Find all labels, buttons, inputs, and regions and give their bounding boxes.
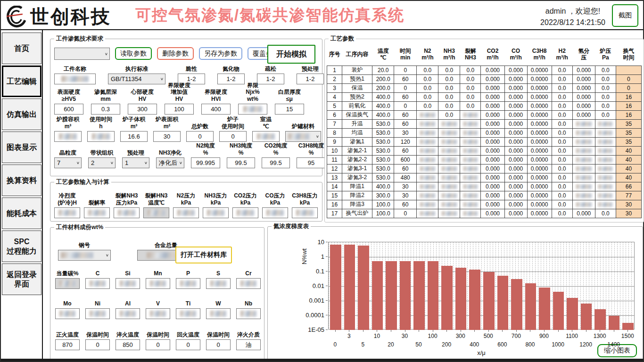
table-cell	[417, 155, 438, 164]
input-box[interactable]: 0	[219, 131, 247, 142]
input-box[interactable]	[206, 278, 231, 289]
screenshot-button[interactable]: 截图	[612, 4, 638, 27]
field: 白层厚度 ≤μ15	[275, 89, 304, 115]
bar	[525, 283, 537, 330]
input-box[interactable]	[116, 278, 140, 289]
sidebar-item-0[interactable]: 首页	[2, 33, 41, 64]
sidebar-item-4[interactable]: 换算资料	[2, 165, 41, 196]
input-box[interactable]	[54, 74, 96, 84]
combo-box[interactable]: 1∨	[122, 157, 149, 168]
input-box[interactable]	[85, 278, 110, 289]
input-box[interactable]: 15	[275, 104, 304, 115]
input-box[interactable]	[54, 207, 80, 218]
input-box[interactable]: 870	[55, 339, 80, 350]
input-box[interactable]: 850	[116, 339, 140, 350]
redacted-value	[576, 193, 592, 198]
input-box[interactable]	[146, 278, 170, 289]
field: NH3纯度 %99.5	[227, 142, 255, 168]
combo-box[interactable]: ∨	[58, 250, 111, 261]
table-cell: 0.0	[552, 164, 572, 173]
input-box[interactable]	[176, 278, 200, 289]
redacted-value	[442, 193, 457, 198]
input-box[interactable]: 99.995	[191, 157, 220, 168]
input-box[interactable]: 0	[85, 339, 110, 350]
save-as-params-button[interactable]: 另存为参数	[199, 47, 242, 60]
table-cell: 40	[616, 155, 641, 164]
input-box[interactable]	[85, 308, 110, 319]
combo-box[interactable]: 2∨	[88, 157, 116, 168]
input-box[interactable]: 100	[165, 104, 194, 115]
input-box[interactable]: 0	[206, 339, 231, 350]
input-box[interactable]: 400	[201, 104, 231, 115]
input-box[interactable]	[55, 308, 80, 319]
input-box[interactable]	[292, 207, 318, 218]
input-box[interactable]: 95	[297, 157, 326, 168]
input-box[interactable]: 0.3	[91, 104, 120, 115]
input-box[interactable]	[236, 278, 261, 289]
input-box[interactable]	[236, 308, 261, 319]
input-box[interactable]	[116, 308, 140, 319]
field-label: 预处理	[127, 149, 144, 156]
sidebar-item-3[interactable]: 图表显示	[2, 132, 41, 163]
input-box[interactable]: 0	[146, 339, 170, 350]
input-box[interactable]	[176, 308, 200, 319]
input-box[interactable]: 0	[176, 339, 200, 350]
input-box[interactable]: 600	[54, 104, 83, 115]
table-row: 15降温2300.0300.0000.0000.00000.077	[327, 191, 642, 200]
input-box[interactable]	[203, 207, 229, 218]
input-box[interactable]	[55, 278, 80, 289]
sidebar-item-2[interactable]: 仿真输出	[2, 99, 41, 130]
input-box[interactable]	[84, 207, 110, 218]
combo-box[interactable]: 净化后∨	[156, 157, 184, 168]
input-box[interactable]	[54, 131, 82, 142]
redacted-value	[598, 157, 612, 162]
start-simulation-button[interactable]: 开始模拟	[267, 45, 315, 64]
sidebar-item-1[interactable]: 工艺编辑	[2, 66, 41, 97]
combo-box[interactable]: 7∨	[54, 157, 82, 168]
y-tick	[326, 329, 328, 330]
table-cell: 400.0	[372, 182, 394, 191]
input-box[interactable]	[173, 207, 199, 218]
input-box[interactable]	[232, 207, 258, 218]
combo-box[interactable]: GB/T11354∨	[108, 74, 165, 84]
redacted-value	[576, 122, 592, 126]
input-box[interactable]: 16.6	[120, 131, 148, 142]
table-cell	[417, 137, 438, 146]
table-cell: 0.0	[595, 74, 616, 83]
table-cell: 渗氮2-1	[342, 146, 372, 155]
sidebar-item-7[interactable]: 返回登录 界面	[2, 263, 41, 295]
sidebar-item-5[interactable]: 能耗成本	[2, 197, 41, 229]
panel-title: 工艺参数	[329, 35, 356, 43]
redacted-value	[598, 175, 612, 180]
input-box[interactable]: 油	[236, 339, 261, 350]
input-box[interactable]	[206, 308, 231, 319]
open-material-library-button[interactable]: 打开工件材料库	[175, 247, 232, 263]
combo-box[interactable]: ∨	[285, 131, 321, 142]
input-box[interactable]	[146, 308, 170, 319]
input-box[interactable]	[262, 207, 288, 218]
table-cell	[438, 155, 460, 164]
input-box[interactable]: 1-2	[297, 74, 324, 84]
table-cell: 0.0	[438, 92, 460, 101]
delete-params-button[interactable]: 删除参数	[157, 47, 194, 60]
input-box[interactable]: 99.5	[262, 157, 290, 168]
input-box[interactable]	[238, 104, 267, 115]
field-label: CO压力 kPa	[265, 192, 285, 206]
field: 炉表面积 m²30	[153, 116, 181, 142]
preset-combo[interactable]: ∨	[54, 48, 110, 60]
input-box[interactable]	[252, 131, 280, 142]
read-params-button[interactable]: 读取参数	[115, 47, 152, 60]
sidebar-item-6[interactable]: SPC 过程能力	[2, 230, 41, 262]
field-label: 渗氮层深 mm	[94, 89, 117, 102]
input-box[interactable]	[143, 207, 169, 218]
y-tick	[326, 242, 328, 242]
input-box[interactable]: 300	[128, 104, 157, 115]
table-cell: 0.000	[481, 128, 504, 137]
input-box[interactable]: 30	[153, 131, 181, 142]
input-box[interactable]: 0	[186, 131, 214, 142]
field-label: 裂解率	[89, 199, 106, 206]
input-box[interactable]: 99.5	[227, 157, 255, 168]
input-box[interactable]	[114, 207, 140, 218]
input-box[interactable]	[87, 131, 115, 142]
table-cell	[460, 128, 481, 137]
